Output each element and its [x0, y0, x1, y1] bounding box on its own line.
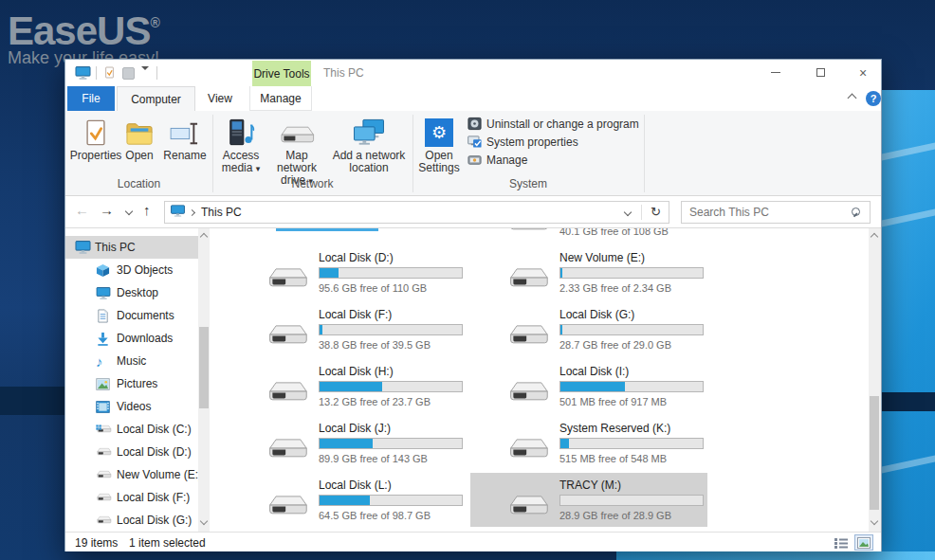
drive-icon: [266, 494, 311, 519]
drive-tile-e[interactable]: New Volume (E:) 2.33 GB free of 2.34 GB: [470, 245, 707, 299]
wallpaper-bottom-beam: [616, 551, 935, 560]
minimize-button[interactable]: [761, 60, 791, 85]
qat-customize-dropdown-icon[interactable]: [141, 70, 150, 83]
3d-objects-icon: [96, 262, 112, 279]
close-button[interactable]: ×: [848, 60, 878, 85]
drive-tile-k[interactable]: System Reserved (K:) 515 MB free of 548 …: [470, 416, 707, 470]
drive-tile-g[interactable]: Local Disk (G:) 28.7 GB free of 29.0 GB: [470, 302, 707, 356]
back-button[interactable]: ←: [75, 202, 89, 218]
collapse-ribbon-icon[interactable]: [848, 94, 857, 103]
breadcrumb-path[interactable]: This PC: [201, 206, 242, 219]
drive-tools-contextual-tab[interactable]: Drive Tools: [252, 61, 311, 86]
capacity-bar-fill: [560, 325, 562, 334]
ribbon-tab-row: File Computer View Manage ?: [65, 86, 881, 111]
address-dropdown-icon[interactable]: [624, 208, 632, 216]
capacity-bar: [319, 267, 463, 279]
main-scrollbar[interactable]: [869, 228, 881, 532]
qat-separator: [156, 66, 157, 80]
uninstall-program-button[interactable]: Uninstall or change a program: [468, 117, 639, 131]
network-monitors-icon: [353, 115, 385, 147]
sidebar-item-documents[interactable]: Documents: [65, 304, 198, 327]
drive-tile-m-selected[interactable]: TRACY (M:) 28.9 GB free of 28.9 GB: [470, 473, 707, 527]
tab-view[interactable]: View: [197, 86, 243, 111]
drive-icon: [266, 380, 311, 406]
sidebar-item-local-disk-d[interactable]: Local Disk (D:): [65, 441, 198, 463]
sidebar-item-downloads[interactable]: Downloads: [65, 327, 198, 350]
drive-icon: [266, 437, 311, 462]
sidebar-item-music[interactable]: ♪ Music: [65, 350, 198, 372]
sidebar-item-desktop[interactable]: Desktop: [65, 281, 198, 304]
easeus-logo-text: EaseUS: [8, 9, 150, 53]
program-icon: [468, 117, 482, 131]
scrollbar-thumb[interactable]: [199, 327, 209, 408]
videos-icon: [96, 399, 112, 415]
wallpaper-streak: [872, 451, 935, 476]
capacity-bar: [319, 438, 463, 449]
desktop-icon: [96, 285, 112, 301]
refresh-icon[interactable]: ↻: [651, 205, 661, 219]
tab-manage[interactable]: Manage: [249, 86, 312, 111]
open-settings-button[interactable]: ⚙ Open Settings: [416, 115, 462, 174]
sidebar-item-this-pc[interactable]: This PC: [65, 236, 198, 259]
search-input[interactable]: [689, 204, 841, 221]
capacity-bar: [319, 381, 463, 392]
drive-tile-h[interactable]: Local Disk (H:) 13.2 GB free of 23.7 GB: [229, 359, 467, 413]
system-properties-button[interactable]: System properties: [468, 135, 578, 149]
ribbon: Properties Open Rename Location Access m…: [65, 111, 881, 196]
qat-properties-icon[interactable]: [103, 65, 116, 82]
up-button[interactable]: ↑: [143, 202, 151, 218]
scroll-up-icon[interactable]: [871, 233, 878, 241]
sidebar-item-local-disk-c[interactable]: Local Disk (C:): [65, 418, 198, 441]
forward-button[interactable]: →: [100, 202, 114, 218]
add-network-location-button[interactable]: Add a network location: [327, 115, 411, 174]
details-view-button[interactable]: [832, 534, 851, 551]
registered-mark: ®: [150, 15, 158, 30]
thumbnail-view-button[interactable]: [854, 534, 873, 551]
recent-locations-dropdown-icon[interactable]: [125, 208, 133, 215]
tab-file[interactable]: File: [67, 86, 115, 111]
sidebar-item-new-volume-e[interactable]: New Volume (E:): [65, 463, 198, 486]
details-view-icon: [834, 537, 848, 549]
access-media-button[interactable]: Access media ▾: [215, 115, 266, 175]
wallpaper-beam: [880, 90, 935, 560]
sidebar-scrollbar[interactable]: [198, 228, 210, 532]
sidebar-item-videos[interactable]: Videos: [65, 395, 198, 418]
maximize-button[interactable]: [805, 60, 835, 85]
capacity-bar-fill: [320, 268, 339, 278]
scroll-up-icon[interactable]: [200, 233, 208, 241]
qat-new-folder-icon[interactable]: [122, 67, 135, 80]
drive-tile-d[interactable]: Local Disk (D:) 95.6 GB free of 110 GB: [229, 245, 467, 299]
sidebar-item-local-disk-g[interactable]: Local Disk (G:): [65, 509, 198, 532]
address-bar[interactable]: This PC ↻: [164, 201, 669, 224]
pictures-icon: [96, 376, 112, 392]
tab-computer[interactable]: Computer: [117, 86, 195, 111]
drive-icon: [506, 228, 552, 235]
rename-button[interactable]: Rename: [160, 115, 210, 162]
properties-button[interactable]: Properties: [73, 115, 119, 162]
drive-icon: [506, 323, 552, 349]
scroll-down-icon[interactable]: [871, 517, 878, 525]
sidebar-item-3d-objects[interactable]: 3D Objects: [65, 259, 198, 281]
sidebar-item-pictures[interactable]: Pictures: [65, 372, 198, 395]
sidebar-item-local-disk-f[interactable]: Local Disk (F:): [65, 486, 198, 509]
file-explorer-window: Drive Tools This PC × File Computer View…: [64, 59, 882, 551]
capacity-bar-fill: [320, 439, 373, 448]
scrollbar-thumb[interactable]: [870, 396, 879, 510]
drive-tile-partial[interactable]: 40.1 GB free of 108 GB: [470, 228, 707, 243]
scroll-down-icon[interactable]: [200, 517, 208, 525]
drive-tile-j[interactable]: Local Disk (J:) 89.9 GB free of 143 GB: [229, 416, 467, 470]
manage-button[interactable]: Manage: [468, 153, 527, 167]
search-icon[interactable]: [849, 208, 860, 219]
drive-tile-f[interactable]: Local Disk (F:) 38.8 GB free of 39.5 GB: [229, 302, 467, 356]
capacity-bar-fill: [560, 439, 569, 448]
media-server-icon: [227, 115, 255, 147]
drive-tile-l[interactable]: Local Disk (L:) 64.5 GB free of 98.7 GB: [229, 473, 467, 527]
open-folder-icon: [125, 115, 154, 147]
help-button[interactable]: ?: [866, 91, 881, 106]
capacity-bar: [559, 438, 704, 449]
drive-tile-i[interactable]: Local Disk (I:) 501 MB free of 917 MB: [470, 359, 707, 413]
ribbon-separator: [644, 115, 645, 192]
open-button[interactable]: Open: [120, 115, 158, 162]
address-location-icon: [171, 205, 185, 220]
breadcrumb-chevron-icon[interactable]: [189, 208, 195, 215]
